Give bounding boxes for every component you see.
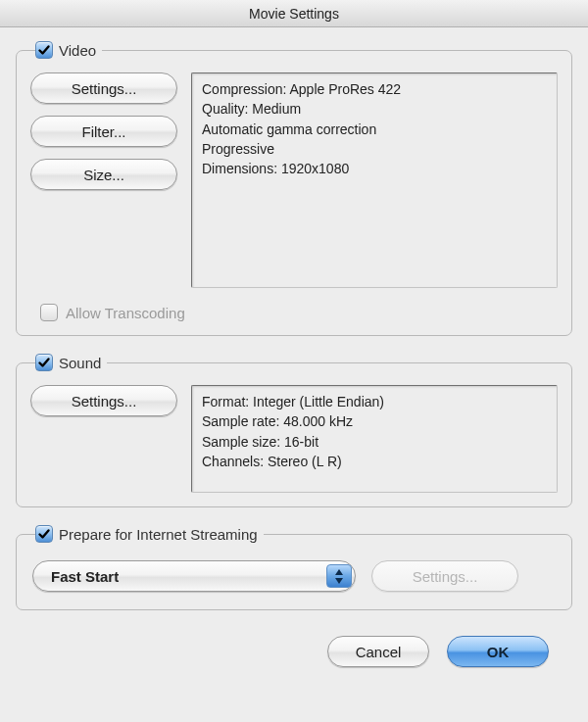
cancel-button[interactable]: Cancel xyxy=(327,636,429,667)
streaming-group: Prepare for Internet Streaming Fast Star… xyxy=(16,525,572,610)
streaming-settings-button: Settings... xyxy=(371,560,518,592)
video-checkbox[interactable] xyxy=(35,41,53,59)
dialog-content: Video Settings... Filter... Size... Comp… xyxy=(0,27,588,667)
sound-sample-size: Sample size: 16-bit xyxy=(202,432,547,452)
streaming-mode-popup[interactable]: Fast Start xyxy=(32,560,356,592)
ok-button[interactable]: OK xyxy=(447,636,549,667)
sound-checkbox[interactable] xyxy=(35,354,53,371)
video-group: Video Settings... Filter... Size... Comp… xyxy=(16,41,572,336)
svg-marker-1 xyxy=(335,578,343,584)
svg-marker-0 xyxy=(335,569,343,575)
window-titlebar: Movie Settings xyxy=(0,0,588,27)
video-size-button[interactable]: Size... xyxy=(30,159,177,190)
video-compression: Compression: Apple ProRes 422 xyxy=(202,79,547,99)
sound-legend-label: Sound xyxy=(59,355,101,371)
window-title: Movie Settings xyxy=(249,6,339,22)
popup-arrows-icon xyxy=(326,564,352,588)
video-settings-button[interactable]: Settings... xyxy=(30,72,177,104)
video-dimensions: Dimensions: 1920x1080 xyxy=(202,159,547,178)
sound-legend: Sound xyxy=(35,354,107,371)
video-info-box: Compression: Apple ProRes 422 Quality: M… xyxy=(191,72,558,288)
streaming-checkbox[interactable] xyxy=(35,525,53,543)
sound-format: Format: Integer (Little Endian) xyxy=(202,392,547,411)
video-legend-label: Video xyxy=(59,42,96,59)
dialog-footer: Cancel OK xyxy=(16,628,572,667)
sound-settings-button[interactable]: Settings... xyxy=(30,385,177,416)
video-quality: Quality: Medium xyxy=(202,99,547,119)
streaming-mode-value: Fast Start xyxy=(51,568,119,585)
sound-info-box: Format: Integer (Little Endian) Sample r… xyxy=(191,385,558,493)
video-filter-button[interactable]: Filter... xyxy=(30,116,177,147)
video-legend: Video xyxy=(35,41,102,59)
sound-sample-rate: Sample rate: 48.000 kHz xyxy=(202,411,547,431)
streaming-legend-label: Prepare for Internet Streaming xyxy=(59,526,258,543)
video-gamma: Automatic gamma correction xyxy=(202,120,547,139)
allow-transcoding-label: Allow Transcoding xyxy=(66,305,185,321)
video-scan: Progressive xyxy=(202,139,547,159)
streaming-legend: Prepare for Internet Streaming xyxy=(35,525,264,543)
allow-transcoding-checkbox[interactable] xyxy=(40,304,58,321)
sound-channels: Channels: Stereo (L R) xyxy=(202,452,547,471)
sound-group: Sound Settings... Format: Integer (Littl… xyxy=(16,354,572,507)
